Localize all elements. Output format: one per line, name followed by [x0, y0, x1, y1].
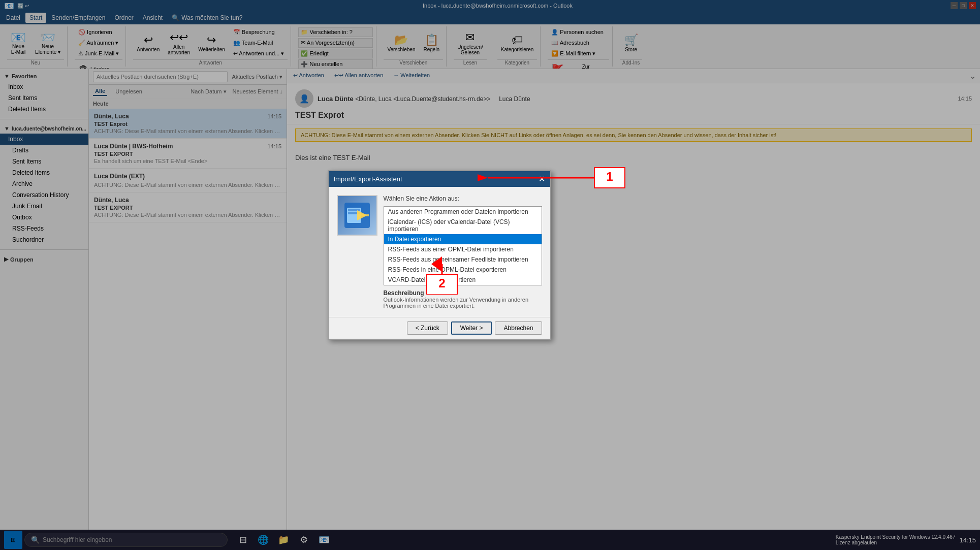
- reading-from: Luca Dünte <Dünte, Luca <Luca.Duente@stu…: [318, 95, 954, 103]
- account-header[interactable]: ▼ luca.duente@bwshofheim.on...: [0, 123, 88, 134]
- email-sender-1: Luca Dünte | BWS-Hofheim: [94, 143, 173, 150]
- menu-ordner[interactable]: Ordner: [110, 13, 137, 23]
- quickstep-erledigt[interactable]: ✅ Erledigt: [298, 49, 373, 58]
- groups-header[interactable]: ▶ Gruppen: [0, 254, 88, 265]
- menu-senden[interactable]: Senden/Empfangen: [47, 13, 109, 23]
- sidebar-item-sent[interactable]: Sent Items: [0, 156, 88, 167]
- account-section: ▼ luca.duente@bwshofheim.on... Inbox Dra…: [0, 121, 88, 247]
- forward-toolbar-btn[interactable]: → Weiterleiten: [391, 71, 432, 81]
- settings-icon[interactable]: ⚙: [295, 531, 313, 549]
- sidebar-item-conversation[interactable]: Conversation History: [0, 189, 88, 201]
- email-item-0[interactable]: Dünte, Luca 14:15 TEST Exprot ACHTUNG: D…: [89, 109, 287, 139]
- sidebar-item-drafts[interactable]: Drafts: [0, 145, 88, 156]
- taskbar: ⊞ 🔍 Suchbegriff hier eingeben ⊟ 🌐 📁 ⚙ 📧 …: [0, 530, 980, 550]
- start-button[interactable]: ⊞: [4, 531, 22, 549]
- favorites-header[interactable]: ▼ Favoriten: [0, 71, 88, 81]
- groups-section: ▶ Gruppen: [0, 252, 88, 267]
- main-layout: ▼ Favoriten Inbox Sent Items Deleted Ite…: [0, 69, 980, 539]
- edge-icon[interactable]: 🌐: [254, 531, 272, 549]
- email-filter-bar: Alle Ungelesen Nach Datum ▾ Neuestes Ele…: [89, 85, 287, 99]
- person-search-button[interactable]: 👤 Personen suchen: [548, 27, 609, 37]
- reading-header: 👤 Luca Dünte <Dünte, Luca <Luca.Duente@s…: [287, 83, 980, 124]
- menu-start[interactable]: Start: [25, 13, 46, 23]
- email-subject-0: TEST Exprot: [94, 121, 281, 127]
- new-items-button[interactable]: 📨 NeueElemente ▾: [31, 29, 64, 57]
- quickstep-move[interactable]: 📁 Verschieben in: ?: [298, 27, 373, 37]
- email-item-2[interactable]: Luca Dünte (EXT) ACHTUNG: Diese E-Mail s…: [89, 169, 287, 192]
- delete-button[interactable]: 🗑 Löschen: [75, 61, 113, 69]
- addressbook-button[interactable]: 📖 Adressbuch: [548, 38, 609, 48]
- reply-all-button[interactable]: ↩↩ Allenantworten: [164, 28, 194, 58]
- search-input[interactable]: [93, 71, 228, 82]
- reply-all-toolbar-btn[interactable]: ↩↩ Allen antworten: [332, 71, 385, 81]
- taskview-icon[interactable]: ⊟: [234, 531, 252, 549]
- new-email-button[interactable]: 📧 NeueE-Mail: [7, 29, 29, 57]
- team-email-button[interactable]: 👥 Team-E-Mail: [230, 38, 288, 48]
- sort-button[interactable]: Nach Datum ▾: [191, 88, 226, 95]
- kaspersky-label: Kaspersky Endpoint Security for Windows …: [836, 534, 956, 545]
- filter-button[interactable]: 🔽 E-Mail filtern ▾: [548, 49, 609, 58]
- menu-ansicht[interactable]: Ansicht: [139, 13, 167, 23]
- reading-toolbar: ↩ Antworten ↩↩ Allen antworten → Weiterl…: [287, 69, 980, 83]
- group-today-header: Heute: [89, 99, 287, 109]
- email-list: Heute Dünte, Luca 14:15 TEST Exprot ACHT…: [89, 99, 287, 539]
- reading-collapse-btn[interactable]: ⌄: [969, 71, 976, 81]
- search-scope[interactable]: Aktuelles Postfach ▾: [232, 74, 282, 80]
- outlook-icon[interactable]: 📧: [315, 531, 333, 549]
- reading-body: Dies ist eine TEST E-Mail: [287, 146, 980, 170]
- followup-button[interactable]: 🚩 ZurNachverfolgung ▾: [548, 61, 609, 69]
- close-button[interactable]: ✕: [969, 2, 976, 9]
- sidebar-item-outbox[interactable]: Outbox: [0, 212, 88, 223]
- unread-button[interactable]: ✉ Ungelesen/Gelesen: [454, 28, 487, 58]
- email-preview-2: ACHTUNG: Diese E-Mail stammt von einem e…: [94, 182, 281, 188]
- email-list-area: Aktuelles Postfach ▾ Alle Ungelesen Nach…: [89, 69, 287, 539]
- minimize-button[interactable]: ─: [951, 2, 958, 9]
- maximize-button[interactable]: □: [960, 2, 967, 9]
- sidebar-item-sent-fav[interactable]: Sent Items: [0, 92, 88, 104]
- meeting-button[interactable]: 📅 Besprechung: [230, 27, 288, 37]
- menu-search[interactable]: 🔍 Was möchten Sie tun?: [168, 13, 246, 23]
- junk-button[interactable]: ⚠ Junk-E-Mail ▾: [75, 49, 122, 58]
- email-preview-0: ACHTUNG: Diese E-Mail stammt von einem e…: [94, 128, 281, 134]
- explorer-icon[interactable]: 📁: [274, 531, 293, 549]
- ignore-button[interactable]: 🚫 Ignorieren: [75, 27, 122, 37]
- favorites-section: ▼ Favoriten Inbox Sent Items Deleted Ite…: [0, 69, 88, 117]
- sidebar-item-rss[interactable]: RSS-Feeds: [0, 223, 88, 234]
- newest-button[interactable]: Neuestes Element ↓: [233, 88, 282, 94]
- sidebar-item-deleted-fav[interactable]: Deleted Items: [0, 104, 88, 115]
- cleanup-button[interactable]: 🧹 Aufräumen ▾: [75, 38, 122, 48]
- move-button[interactable]: 📂 Verschieben: [384, 31, 419, 55]
- warning-bar: ACHTUNG: Diese E-Mail stammt von einem e…: [295, 128, 972, 142]
- store-button[interactable]: 🛒 Store: [620, 31, 642, 55]
- menu-datei[interactable]: Datei: [2, 13, 24, 23]
- email-item-3[interactable]: Dünte, Luca TEST EXPORT ACHTUNG: Diese E…: [89, 192, 287, 222]
- rules-button[interactable]: 📋 Regeln: [420, 31, 443, 55]
- sidebar-item-inbox[interactable]: Inbox: [0, 134, 88, 145]
- forward-button[interactable]: ↪ Weiterleiten: [195, 31, 229, 55]
- email-sender-3: Dünte, Luca: [94, 197, 129, 204]
- quickstep-new[interactable]: ➕ Neu erstellen: [298, 59, 373, 69]
- window-title: Inbox - luca.duente@bwshofheim.onmicroso…: [45, 3, 951, 9]
- sidebar-item-junk[interactable]: Junk Email: [0, 201, 88, 212]
- reply-button[interactable]: ↩ Antworten: [133, 31, 163, 55]
- email-subject-3: TEST EXPORT: [94, 205, 281, 211]
- sidebar-item-archive[interactable]: Archive: [0, 178, 88, 189]
- reply-toolbar-btn[interactable]: ↩ Antworten: [291, 71, 326, 81]
- email-time-0: 14:15: [267, 113, 281, 119]
- title-bar: 📧 🔄 ↩ Inbox - luca.duente@bwshofheim.onm…: [0, 0, 980, 11]
- quickstep-vorgesetzt[interactable]: ✉ An Vorgesetzten(n): [298, 38, 373, 48]
- email-subject-1: TEST EXPORT: [94, 151, 281, 157]
- sidebar-item-deleted[interactable]: Deleted Items: [0, 167, 88, 178]
- sidebar-item-search[interactable]: Suchordner: [0, 234, 88, 245]
- email-preview-1: Es handelt sich um eine TEST E-Mail <End…: [94, 158, 281, 164]
- email-sender-2: Luca Dünte (EXT): [94, 173, 145, 180]
- filter-all-tab[interactable]: Alle: [93, 87, 107, 96]
- reply-more-button[interactable]: ↩ Antworten und... ▾: [230, 49, 288, 58]
- taskbar-search[interactable]: 🔍 Suchbegriff hier eingeben: [24, 533, 228, 547]
- sidebar-item-inbox-fav[interactable]: Inbox: [0, 81, 88, 92]
- filter-unread-tab[interactable]: Ungelesen: [113, 87, 144, 95]
- reading-subject: TEST Exprot: [295, 111, 972, 120]
- email-time-1: 14:15: [267, 143, 281, 149]
- categorize-button[interactable]: 🏷 Kategorisieren: [497, 31, 537, 55]
- email-item-1[interactable]: Luca Dünte | BWS-Hofheim 14:15 TEST EXPO…: [89, 139, 287, 169]
